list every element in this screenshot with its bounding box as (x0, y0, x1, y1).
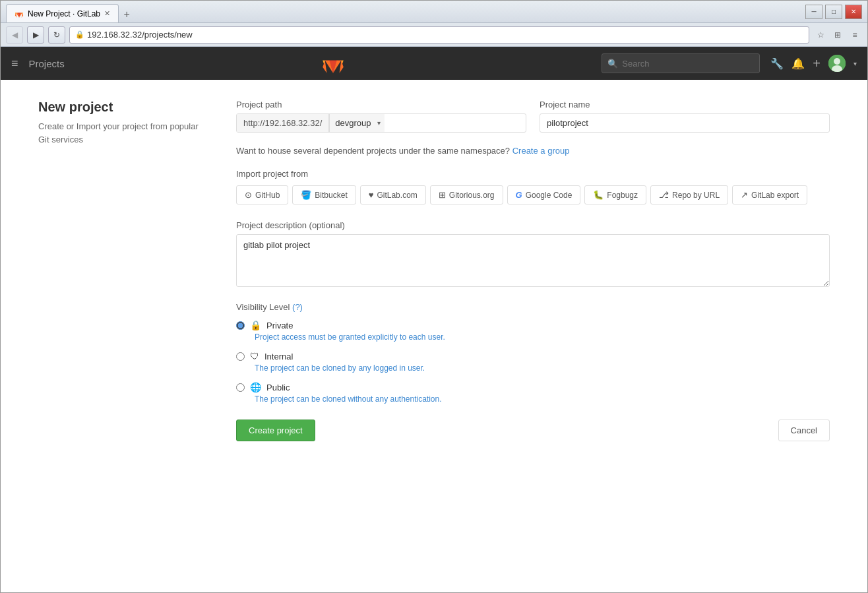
minimize-button[interactable]: ─ (805, 5, 822, 19)
project-name-input[interactable] (540, 113, 830, 133)
create-project-button[interactable]: Create project (236, 420, 315, 441)
url-bar[interactable]: 🔒 192.168.32.32/projects/new (69, 26, 809, 44)
bookmark-icon[interactable]: ☆ (813, 28, 828, 42)
namespace-hint: Want to house several dependent projects… (236, 146, 830, 156)
refresh-button[interactable]: ↻ (48, 26, 65, 44)
header-actions: 🔧 🔔 + ▾ (770, 55, 857, 72)
visibility-option-internal: 🛡 Internal The project can be cloned by … (236, 351, 830, 373)
shield-icon: 🛡 (250, 351, 259, 361)
cancel-button[interactable]: Cancel (778, 420, 830, 441)
project-path-group: Project path http://192.168.32.32/ devgr… (236, 100, 526, 133)
svg-point-1 (834, 58, 840, 65)
gitlab-header: ≡ Projects 🔍 🔧 🔔 + (1, 47, 867, 80)
lock-icon: 🔒 (250, 320, 261, 330)
description-section: Project description (optional) gitlab pi… (236, 220, 830, 289)
new-tab-button[interactable]: + (119, 7, 135, 22)
project-name-group: Project name (540, 100, 830, 133)
path-prefix: http://192.168.32.32/ (237, 114, 329, 132)
header-brand: Projects (29, 58, 65, 69)
main-form: Project path http://192.168.32.32/ devgr… (236, 100, 830, 441)
import-gitlabexport-button[interactable]: ↗ GitLab export (732, 185, 807, 204)
gitlabexport-icon: ↗ (741, 190, 748, 200)
search-input[interactable] (622, 59, 754, 69)
address-actions: ☆ ⊞ ≡ (813, 28, 862, 42)
browser-window: New Project · GitLab ✕ + ─ □ ✕ ◀ ▶ ↻ 🔒 1… (0, 0, 868, 593)
bell-icon[interactable]: 🔔 (791, 57, 805, 70)
import-fogbugz-button[interactable]: 🐛 Fogbugz (584, 185, 646, 204)
sidebar: New project Create or Import your projec… (38, 100, 210, 441)
tab-bar: New Project · GitLab ✕ + (6, 1, 135, 22)
browser-titlebar: New Project · GitLab ✕ + ─ □ ✕ (1, 1, 867, 23)
wrench-icon[interactable]: 🔧 (770, 57, 784, 70)
header-menu-button[interactable]: ≡ (11, 57, 18, 71)
lock-icon: 🔒 (75, 30, 84, 39)
search-icon: 🔍 (607, 59, 618, 69)
path-input-group: http://192.168.32.32/ devgroup (236, 113, 526, 133)
active-tab[interactable]: New Project · GitLab ✕ (6, 4, 119, 22)
page-title: New project (38, 100, 210, 115)
namespace-select-wrapper: devgroup (329, 114, 385, 132)
gitorious-icon: ⊞ (439, 190, 446, 200)
forward-button[interactable]: ▶ (27, 26, 44, 44)
create-group-link[interactable]: Create a group (512, 146, 570, 156)
import-label: Import project from (236, 169, 830, 179)
bitbucket-icon: 🪣 (301, 190, 311, 200)
form-actions: Create project Cancel (236, 420, 830, 441)
description-label: Project description (optional) (236, 220, 830, 230)
googlecode-icon: G (516, 190, 522, 200)
plus-icon[interactable]: + (813, 56, 821, 71)
visibility-help-link[interactable]: (?) (292, 302, 303, 312)
import-section: Import project from ⊙ GitHub 🪣 Bitbucket… (236, 169, 830, 204)
description-textarea[interactable]: gitlab pilot project (236, 234, 830, 287)
project-name-label: Project name (540, 100, 830, 109)
visibility-option-private: 🔒 Private Project access must be granted… (236, 320, 830, 342)
tab-close-button[interactable]: ✕ (104, 9, 110, 18)
search-bar[interactable]: 🔍 (602, 53, 760, 73)
brand-text: Projects (29, 58, 65, 69)
path-name-row: Project path http://192.168.32.32/ devgr… (236, 100, 830, 133)
import-buttons: ⊙ GitHub 🪣 Bitbucket ♥ GitLab.com ⊞ (236, 185, 830, 204)
private-description: Project access must be granted explicitl… (255, 332, 830, 342)
visibility-option-public: 🌐 Public The project can be cloned witho… (236, 382, 830, 404)
page-inner: New project Create or Import your projec… (38, 100, 830, 441)
import-googlecode-button[interactable]: G Google Code (507, 185, 581, 204)
page-content: New project Create or Import your projec… (1, 80, 867, 592)
user-avatar[interactable] (828, 55, 846, 72)
maximize-button[interactable]: □ (825, 5, 842, 19)
import-github-button[interactable]: ⊙ GitHub (236, 185, 288, 204)
import-gitorious-button[interactable]: ⊞ Gitorious.org (430, 185, 503, 204)
namespace-select[interactable]: devgroup (330, 114, 385, 132)
public-radio[interactable] (236, 383, 245, 392)
address-bar: ◀ ▶ ↻ 🔒 192.168.32.32/projects/new ☆ ⊞ ≡ (1, 23, 867, 47)
import-repourl-button[interactable]: ⎇ Repo by URL (650, 185, 728, 204)
tab-favicon (15, 9, 24, 18)
github-icon: ⊙ (245, 190, 252, 200)
fogbugz-icon: 🐛 (593, 190, 604, 200)
repourl-icon: ⎇ (659, 190, 669, 200)
avatar-dropdown-icon[interactable]: ▾ (853, 60, 857, 67)
gitlab-logo (321, 51, 345, 75)
url-text: 192.168.32.32/projects/new (87, 30, 803, 40)
public-description: The project can be cloned without any au… (255, 394, 830, 404)
globe-icon: 🌐 (250, 382, 261, 392)
project-path-label: Project path (236, 100, 526, 109)
import-bitbucket-button[interactable]: 🪣 Bitbucket (292, 185, 356, 204)
header-center (75, 51, 592, 75)
titlebar-icons: ─ □ ✕ (805, 5, 862, 19)
back-button[interactable]: ◀ (6, 26, 23, 44)
import-gitlabcom-button[interactable]: ♥ GitLab.com (360, 185, 426, 204)
tab-title: New Project · GitLab (28, 9, 100, 18)
gitlabcom-icon: ♥ (369, 190, 374, 200)
internal-description: The project can be cloned by any logged … (255, 363, 830, 373)
private-radio[interactable] (236, 321, 245, 330)
menu-icon[interactable]: ≡ (848, 28, 862, 42)
internal-radio[interactable] (236, 352, 245, 361)
visibility-section: Visibility Level (?) 🔒 Private Project a… (236, 302, 830, 404)
sidebar-description: Create or Import your project from popul… (38, 120, 210, 146)
extensions-icon[interactable]: ⊞ (830, 28, 845, 42)
visibility-label: Visibility Level (?) (236, 302, 830, 312)
close-button[interactable]: ✕ (845, 5, 862, 19)
